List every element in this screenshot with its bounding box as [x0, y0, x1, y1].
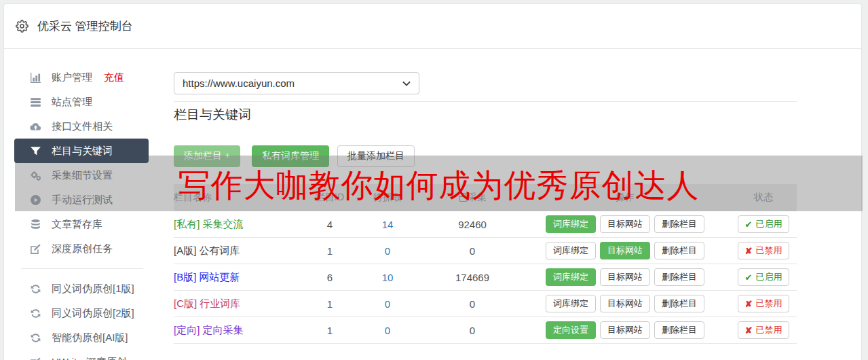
cross-icon: ✘	[745, 246, 753, 256]
column-name-link[interactable]: [C版] 行业词库	[174, 298, 309, 310]
status-label: 已禁用	[755, 245, 782, 257]
target-site-button[interactable]: 目标网站	[600, 242, 650, 259]
cloud-upload-icon	[30, 121, 41, 132]
sidebar-item-label: 同义词伪原创[1版]	[52, 283, 134, 295]
status-toggle-button[interactable]: ✘ 已禁用	[738, 242, 790, 259]
status-toggle-button[interactable]: ✘ 已禁用	[738, 321, 790, 339]
table-row: [C版] 行业词库 1 0 0 词库绑定 目标网站 删除栏目 ✘ 已禁用	[174, 291, 797, 317]
sidebar-item-sites[interactable]: 站点管理	[14, 90, 149, 114]
sidebar-item-account[interactable]: 账户管理 充值	[14, 65, 149, 90]
column-name-link[interactable]: [定向] 定向采集	[174, 324, 309, 337]
status-toggle-button[interactable]: ✔ 已启用	[738, 215, 790, 233]
pending-count-link[interactable]: 14	[350, 219, 425, 230]
recharge-badge[interactable]: 充值	[104, 71, 124, 84]
sidebar-item-label: 栏目与关键词	[52, 145, 113, 158]
cross-icon: ✘	[745, 299, 753, 309]
pending-count-link[interactable]: 0	[350, 325, 425, 336]
sidebar-item-ai-rewrite[interactable]: 智能伪原创[AI版]	[14, 325, 149, 350]
sidebar-item-synonym-v1[interactable]: 同义词伪原创[1版]	[14, 276, 149, 301]
gear-icon	[16, 20, 29, 33]
check-icon: ✔	[745, 272, 753, 283]
table-row: [B版] 网站更新 6 10 174669 词库绑定 目标网站 删除栏目 ✔ 已…	[174, 264, 797, 291]
column-id: 1	[309, 325, 350, 336]
sidebar-item-synonym-v2[interactable]: 同义词伪原创[2版]	[14, 301, 149, 325]
delete-column-button[interactable]: 删除栏目	[654, 215, 704, 233]
edit-icon	[30, 357, 41, 360]
row-actions: 词库绑定 目标网站 删除栏目	[520, 215, 730, 233]
sidebar-item-label: 接口文件相关	[52, 120, 113, 133]
site-select[interactable]: https://www.ucaiyun.com	[174, 72, 419, 94]
status-toggle-button[interactable]: ✔ 已启用	[738, 268, 790, 286]
pending-count-link[interactable]: 10	[350, 272, 425, 283]
sidebar-item-interface-files[interactable]: 接口文件相关	[14, 114, 149, 139]
status-label: 已禁用	[755, 298, 782, 310]
status-label: 已启用	[755, 271, 782, 283]
sidebar-item-label: 智能伪原创[AI版]	[52, 331, 128, 344]
delete-column-button[interactable]: 删除栏目	[654, 295, 704, 312]
target-site-button[interactable]: 目标网站	[600, 215, 650, 233]
status-label: 已启用	[755, 218, 782, 230]
top-bar: 优采云 管理控制台	[4, 4, 861, 49]
target-site-button[interactable]: 目标网站	[600, 268, 650, 286]
target-site-button[interactable]: 目标网站	[600, 321, 650, 339]
table-row: [A版] 公有词库 1 0 0 词库绑定 目标网站 删除栏目 ✘ 已禁用	[174, 238, 797, 264]
column-id: 4	[309, 219, 350, 230]
table-row: [私有] 采集交流 4 14 92460 词库绑定 目标网站 删除栏目 ✔ 已启…	[174, 211, 797, 238]
column-id: 6	[309, 272, 350, 283]
column-id: 1	[309, 245, 350, 257]
sidebar-item-label: 站点管理	[52, 96, 92, 109]
watermark-text: 写作大咖教你如何成为优秀原创达人	[178, 160, 700, 207]
app-title: 优采云 管理控制台	[37, 18, 133, 34]
collected-count: 92460	[425, 219, 520, 230]
row-actions: 词库绑定 目标网站 删除栏目	[520, 268, 730, 286]
delete-column-button[interactable]: 删除栏目	[654, 321, 704, 339]
watermark-band: 写作大咖教你如何成为优秀原创达人	[15, 156, 863, 211]
table-row: [定向] 定向采集 1 0 0 定向设置 目标网站 删除栏目 ✘ 已禁用	[174, 317, 797, 344]
sidebar-item-label: 账户管理	[52, 71, 92, 84]
sidebar-item-deep-original[interactable]: 深度原创任务	[14, 236, 149, 261]
sidebar-item-label: 深度原创任务	[52, 242, 113, 255]
lexicon-bind-button[interactable]: 词库绑定	[546, 295, 596, 312]
sidebar: 账户管理 充值 站点管理 接口文件相关 栏目与关键词	[14, 65, 149, 360]
collected-count: 0	[425, 325, 520, 336]
lexicon-bind-button[interactable]: 词库绑定	[546, 268, 596, 286]
sidebar-item-label: 文章暂存库	[52, 218, 102, 231]
delete-column-button[interactable]: 删除栏目	[654, 268, 704, 286]
refresh-icon	[30, 283, 41, 295]
column-name-link[interactable]: [A版] 公有词库	[174, 245, 309, 257]
page-title: 栏目与关键词	[174, 106, 251, 124]
sidebar-divider	[21, 268, 143, 269]
row-actions: 词库绑定 目标网站 删除栏目	[520, 242, 730, 259]
collected-count: 174669	[425, 272, 520, 283]
sidebar-item-label: 同义词伪原创[2版]	[52, 307, 134, 320]
list-icon	[30, 96, 41, 108]
sidebar-item-article-buffer[interactable]: 文章暂存库	[14, 212, 149, 236]
status-label: 已禁用	[755, 324, 782, 336]
bar-chart-icon	[30, 72, 41, 84]
pending-count-link[interactable]: 0	[350, 298, 425, 310]
lexicon-bind-button[interactable]: 词库绑定	[546, 242, 596, 259]
row-actions: 定向设置 目标网站 删除栏目	[520, 321, 730, 339]
filter-icon	[30, 145, 41, 157]
collected-count: 0	[425, 298, 520, 310]
column-id: 1	[309, 298, 350, 310]
directional-setup-button[interactable]: 定向设置	[546, 321, 596, 339]
collected-count: 0	[425, 245, 520, 257]
content-divider	[174, 101, 797, 102]
column-name-link[interactable]: [B版] 网站更新	[174, 271, 309, 284]
sidebar-item-uwriter[interactable]: UWriter深度原创	[14, 350, 149, 360]
target-site-button[interactable]: 目标网站	[600, 295, 650, 312]
chevron-down-icon	[402, 81, 411, 86]
site-select-value: https://www.ucaiyun.com	[183, 77, 402, 89]
app-window: 优采云 管理控制台 账户管理 充值 站点管理	[3, 3, 862, 360]
pending-count-link[interactable]: 0	[350, 245, 425, 257]
row-actions: 词库绑定 目标网站 删除栏目	[520, 295, 730, 312]
delete-column-button[interactable]: 删除栏目	[654, 242, 704, 259]
database-icon	[30, 219, 41, 230]
refresh-icon	[30, 308, 41, 319]
check-icon: ✔	[745, 219, 753, 230]
status-toggle-button[interactable]: ✘ 已禁用	[738, 295, 790, 312]
column-name-link[interactable]: [私有] 采集交流	[174, 218, 309, 231]
lexicon-bind-button[interactable]: 词库绑定	[546, 215, 596, 233]
sidebar-item-columns-keywords[interactable]: 栏目与关键词	[14, 139, 149, 163]
